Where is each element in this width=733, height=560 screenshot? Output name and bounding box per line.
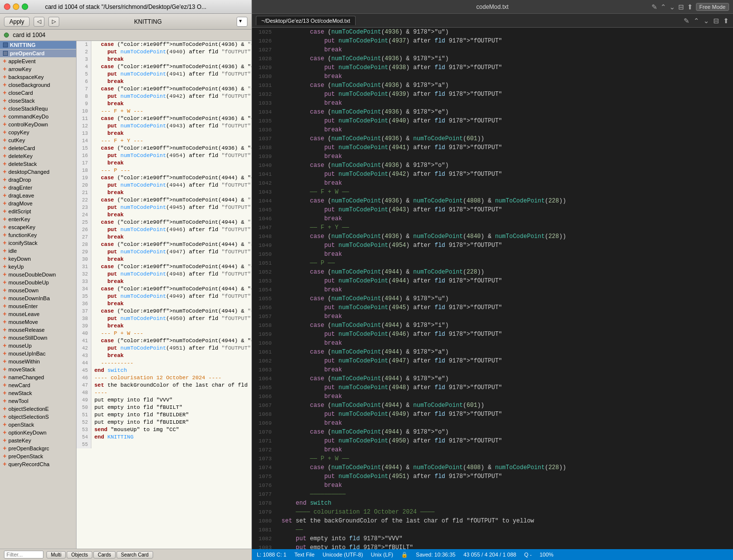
free-mode-button[interactable]: Free Mode [696, 3, 729, 11]
stack-selector[interactable]: ▾ [237, 17, 247, 27]
sidebar-item-editscript[interactable]: +editScript [0, 207, 76, 215]
sidebar-item-arrowkey[interactable]: +arrowKey [0, 65, 76, 73]
maximize-button[interactable] [22, 3, 28, 10]
sidebar-item-enterkey[interactable]: +enterKey [0, 215, 76, 223]
script-line: 46---- colourisation 12 October 2024 ---… [77, 374, 251, 382]
plus-icon: + [3, 255, 6, 262]
sidebar-item-mouseleave[interactable]: +mouseLeave [0, 310, 76, 318]
gutter-number: 1037 [252, 134, 277, 143]
tab-chevron-down-icon[interactable]: ⌄ [703, 17, 709, 25]
sidebar-item-mousemove[interactable]: +mouseMove [0, 318, 76, 326]
sidebar-item-escapekey[interactable]: +escapeKey [0, 223, 76, 231]
gutter-number: 1068 [252, 410, 277, 419]
sidebar-item-objectselections[interactable]: +objectSelectionS [0, 413, 76, 421]
sidebar-item-closebackground[interactable]: +closeBackground [0, 81, 76, 89]
sidebar-item-movestack[interactable]: +moveStack [0, 365, 76, 373]
sidebar-item-newtool[interactable]: +newTool [0, 397, 76, 405]
gutter-number: 1064 [252, 374, 277, 383]
sidebar-item-mouseup[interactable]: +mouseUp [0, 342, 76, 350]
sidebar-item-mousedoubledown[interactable]: +mouseDoubleDown [0, 271, 76, 279]
script-editor[interactable]: 1 case ("color:#1e90ff">numToCodePoint(4… [77, 41, 251, 549]
sidebar-item-dragmove[interactable]: +dragMove [0, 200, 76, 207]
sidebar-item-closestackreq[interactable]: +closeStackRequ [0, 105, 76, 113]
sidebar-item-backspacekey[interactable]: +backspaceKey [0, 73, 76, 81]
sidebar-item-preopenbkgrd[interactable]: +preOpenBackgrc [0, 444, 76, 452]
file-tab-codemod[interactable]: ~/Desktop/Ge'ez/13 Oct/codeMod.txt [256, 16, 356, 25]
line-number: 28 [77, 241, 91, 248]
undo-button[interactable]: ◁ [34, 17, 44, 27]
sidebar-item-namechanged[interactable]: +nameChanged [0, 373, 76, 381]
sidebar-item-dragleave[interactable]: +dragLeave [0, 192, 76, 200]
code-text: break [282, 419, 342, 428]
sidebar-item-desktopchanged[interactable]: +desktopChanged [0, 168, 76, 176]
tab-multi[interactable]: Multi [46, 551, 66, 559]
code-editor[interactable]: 1025102610271028102910301031103210331034… [252, 28, 733, 549]
filter-input[interactable] [4, 551, 43, 559]
sidebar-item-mousestilldown[interactable]: +mouseStillDown [0, 334, 76, 342]
tab-share-icon[interactable]: ⬆ [723, 17, 729, 25]
sidebar-item-mousedowninba[interactable]: +mouseDownInBa [0, 294, 76, 302]
sidebar-item-newcard[interactable]: +newCard [0, 381, 76, 389]
gutter-number: 1033 [252, 99, 277, 108]
sidebar-item-copykey[interactable]: +copyKey [0, 128, 76, 136]
sidebar-item-functionkey[interactable]: +functionKey [0, 231, 76, 239]
sidebar-item-iconifystack[interactable]: +iconifyStack [0, 239, 76, 247]
line-number: 42 [77, 345, 91, 352]
sidebar-item-openstack[interactable]: +openStack [0, 421, 76, 429]
line-number: 18 [77, 167, 91, 174]
tab-cards[interactable]: Cards [93, 551, 116, 559]
line-number: 12 [77, 122, 91, 130]
sidebar-item-mouseupinbac[interactable]: +mouseUpInBac [0, 350, 76, 358]
minimize-button[interactable] [13, 3, 19, 10]
sidebar-item-preopenstack[interactable]: +preOpenStack [0, 452, 76, 460]
sidebar-item-deletecard[interactable]: +deleteCard [0, 144, 76, 152]
close-button[interactable] [4, 3, 10, 10]
sidebar-item-objectselectione[interactable]: +objectSelectionE [0, 405, 76, 413]
sidebar-item-mousedown[interactable]: +mouseDown [0, 286, 76, 294]
script-line: 47set the backGroundColor of the last ch… [77, 382, 251, 389]
share-icon[interactable]: ⬆ [687, 3, 693, 11]
sidebar-item-mousewithin[interactable]: +mouseWithin [0, 358, 76, 365]
script-line: 14 --- F + Y --- [77, 137, 251, 145]
sidebar-section-knitting[interactable]: KNITTING [0, 41, 76, 49]
script-line: 12 put numToCodePoint(4943) after fld "f… [77, 122, 251, 130]
sidebar-item-keyup[interactable]: +keyUp [0, 263, 76, 271]
sidebar-item-mousedoubleup[interactable]: +mouseDoubleUp [0, 279, 76, 286]
redo-button[interactable]: ▷ [48, 17, 59, 27]
tab-searchcard[interactable]: Search Card [117, 551, 153, 559]
script-line: 20 put numToCodePoint(4944) after fld "f… [77, 182, 251, 189]
tab-objects[interactable]: Objects [67, 551, 92, 559]
tab-edit-icon[interactable]: ✎ [684, 17, 690, 25]
sidebar-item-appleevent[interactable]: +appleEvent [0, 57, 76, 65]
sidebar-item-deletekey[interactable]: +deleteKey [0, 152, 76, 160]
sidebar-section-preopencard[interactable]: preOpenCard [0, 49, 76, 57]
sidebar-item-controlkeydown[interactable]: +controlKeyDown [0, 120, 76, 128]
sidebar-item-newstack[interactable]: +newStack [0, 389, 76, 397]
sidebar-item-closestack[interactable]: +closeStack [0, 97, 76, 105]
sidebar-item-queryrecordcha[interactable]: +queryRecordCha [0, 460, 76, 468]
tab-layout-icon[interactable]: ⊟ [713, 17, 719, 25]
sidebar-item-mouseenter[interactable]: +mouseEnter [0, 302, 76, 310]
sidebar-item-cutkey[interactable]: +cutKey [0, 136, 76, 144]
gutter-number: 1075 [252, 472, 277, 481]
sidebar-item-closecard[interactable]: +closeCard [0, 89, 76, 97]
sidebar-item-keydown[interactable]: +keyDown [0, 255, 76, 263]
sidebar-item-pastekey[interactable]: +pasteKey [0, 437, 76, 444]
line-content: put numToCodePoint(4943) after fld "fOUT… [91, 122, 251, 130]
sidebar-item-optionkeydown[interactable]: +optionKeyDown [0, 429, 76, 437]
apply-button[interactable]: Apply [4, 17, 30, 27]
sidebar-item-mouserelease[interactable]: +mouseRelease [0, 326, 76, 334]
code-row: —— P + W —— [282, 454, 733, 463]
plus-icon: + [3, 89, 6, 96]
sidebar-item-dragdrop[interactable]: +dragDrop [0, 176, 76, 184]
sidebar-item-dragenter[interactable]: +dragEnter [0, 184, 76, 192]
chevron-down-icon[interactable]: ⌄ [669, 3, 675, 11]
sidebar-item-idle[interactable]: +idle [0, 247, 76, 255]
chevron-up-icon[interactable]: ⌃ [660, 3, 666, 11]
stack-name-label: KNITTING [63, 18, 233, 25]
sidebar-item-commandkeydo[interactable]: +commandKeyDo [0, 113, 76, 120]
layout-icon[interactable]: ⊟ [678, 3, 684, 11]
sidebar-item-deletestack[interactable]: +deleteStack [0, 160, 76, 168]
edit-icon[interactable]: ✎ [652, 3, 657, 11]
tab-chevron-up-icon[interactable]: ⌃ [693, 17, 699, 25]
